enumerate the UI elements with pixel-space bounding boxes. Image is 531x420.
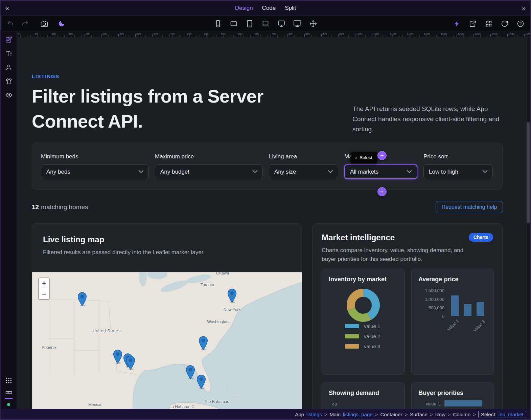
viewport-tablet-button[interactable] [245,19,254,28]
refresh-button[interactable] [500,19,509,28]
preview-button[interactable] [5,91,13,100]
average-price-card: Average price 1,500,0001,000,000500,0000… [411,269,494,375]
map-marker[interactable] [228,289,237,304]
viewport-large-desktop-button[interactable] [293,19,302,28]
ruler-number: 1100 [389,32,396,35]
axis-tick-label: value 1 [426,401,440,406]
ruler-toggle-button[interactable] [5,389,13,397]
map-zoom-control: + − [38,278,50,300]
apps-grid-button[interactable] [5,377,13,385]
ruler-number: 1000 [355,32,362,35]
request-matching-help-button[interactable]: Request matching help [436,201,503,213]
viewport-phone-button[interactable] [213,19,222,28]
tab-split[interactable]: Split [285,5,296,12]
map-pin-icon [113,350,122,364]
filter-label: Maximum price [155,153,263,160]
undo-icon [7,20,14,27]
ruler-labels: 0501001502002503003504004505005506006507… [17,32,530,37]
x-axis-label: value 3 [472,319,486,333]
zoom-out-button[interactable]: − [39,289,49,299]
map-marker[interactable] [78,292,87,308]
max-price-select[interactable]: Any budget [155,164,263,179]
phone-landscape-icon [230,20,238,28]
viewport-desktop-button[interactable] [277,19,286,28]
map-place-label: Toronto [201,283,214,287]
map-marker[interactable] [199,336,208,352]
breadcrumb-link[interactable]: listings_page [343,412,373,417]
ruler-number: 250 [101,32,107,35]
dark-mode-button[interactable] [57,19,66,28]
add-before-button[interactable]: + [377,151,387,160]
map-place-label: New York [224,307,241,312]
ruler-number: 1400 [490,32,498,35]
text-tool-button[interactable] [5,50,13,58]
select-value: Low to high [429,169,458,175]
edit-mode-button[interactable] [5,36,13,44]
chevron-down-icon [253,170,257,173]
chart-legend: value 1value 2value 3 [345,323,380,349]
viewport-responsive-button[interactable] [309,19,318,28]
tooltip-label: Select [360,155,372,160]
legend-swatch [345,344,359,349]
statusbar: Applistings>Mainlistings_page>Container>… [1,409,530,419]
ruler-number: 300 [118,32,124,35]
open-in-browser-button[interactable] [468,19,477,28]
legend-swatch [345,324,359,328]
ruler-number: 200 [85,32,90,35]
y-axis-label: 500,000 [421,305,444,310]
map-place-label: Ottawa [216,272,229,275]
lightning-icon [453,20,461,27]
actions-button[interactable] [453,19,461,28]
ruler-number: 600 [220,32,225,35]
map-marker[interactable] [113,350,122,365]
selected-element-badge[interactable]: Select: inp_market [478,411,526,418]
add-after-button[interactable]: + [377,187,387,196]
chevron-down-icon [407,170,412,173]
styles-button[interactable] [5,78,13,86]
living-area-select[interactable]: Any size [269,164,338,179]
map-marker[interactable] [186,365,195,381]
svg-text:?: ? [520,21,522,26]
map-marker[interactable] [197,375,206,390]
person-icon [5,64,13,72]
element-tooltip: ‹ Select [350,152,377,163]
leaflet-map[interactable]: OttawaTorontoNew YorkWashingtonUnited St… [32,272,302,409]
qr-preview-button[interactable] [484,19,493,28]
redo-button[interactable] [21,19,29,28]
viewport-phone-landscape-button[interactable] [229,19,238,28]
breadcrumb-link[interactable]: listings [306,412,322,417]
price-sort-select[interactable]: Low to high [423,164,493,179]
tab-code[interactable]: Code [262,5,276,12]
help-button[interactable]: ? [516,19,525,28]
ruler-number: 950 [338,32,344,35]
map-marker[interactable] [126,356,135,371]
legend-item: value 1 [345,323,380,329]
filter-label: Living area [269,153,338,160]
chart-title: Inventory by market [329,276,398,283]
tablet-icon [246,20,254,28]
results-count: 12 [32,203,39,211]
map-place-label: Phoenix [42,345,56,350]
viewport-laptop-button[interactable] [261,19,270,28]
ruler-number: 550 [203,32,208,35]
bindings-button[interactable] [5,64,13,72]
market-select[interactable]: All markets [344,164,417,179]
tab-design[interactable]: Design [235,5,253,12]
y-axis-label: 1,000,000 [421,297,444,302]
ruler-number: 100 [51,32,56,35]
undo-button[interactable] [6,19,15,28]
ruler-number: 650 [237,32,242,35]
collapse-right-button[interactable]: » [522,5,526,11]
scrollbar-thumb[interactable] [527,122,530,223]
min-beds-select[interactable]: Any beds [41,164,149,179]
chevron-down-icon [328,170,333,173]
screenshot-button[interactable] [40,19,49,28]
filter-group-min-beds: Minimum beds Any beds [41,153,149,181]
map-pin-icon [197,375,206,389]
collapse-left-button[interactable]: « [5,5,9,11]
map-pin-icon [199,336,208,350]
chart-title: Buyer priorities [418,390,487,397]
design-canvas[interactable]: LISTINGS Filter listings from a Server C… [17,37,530,409]
zoom-in-button[interactable]: + [39,278,49,289]
market-intelligence-card: Market intelligence Charts Charts compar… [312,223,503,409]
